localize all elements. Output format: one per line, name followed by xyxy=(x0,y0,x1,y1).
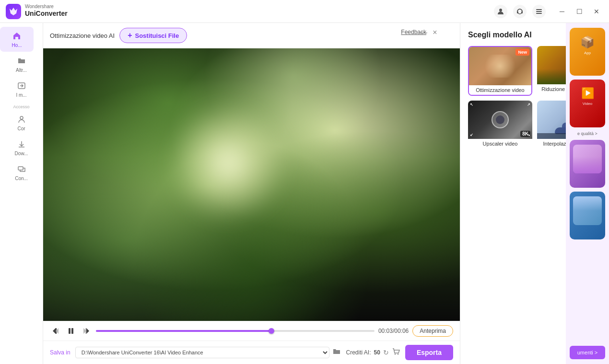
editor-panel: Ottimizzazione video AI + Sostituisci Fi… xyxy=(43,23,460,364)
window-controls: ─ ☐ ✕ xyxy=(555,5,603,18)
video-controls: 00:03/00:06 Anteprima xyxy=(43,321,460,341)
ai-model-thumb-3: 8K ↖ ↗ ↙ ↘ xyxy=(468,101,532,139)
app-company: Wondershare xyxy=(25,4,68,9)
replace-file-button[interactable]: + Sostituisci File xyxy=(119,28,187,43)
cor-icon xyxy=(16,114,27,125)
credits-label: Crediti AI: xyxy=(346,349,371,356)
title-bar: Wondershare UniConverter ─ xyxy=(0,0,609,23)
ai-model-label-1: Ottimizzazione video xyxy=(469,85,531,95)
download-icon xyxy=(16,139,27,149)
promo-panel: 📦 App ▶️ Video e qualità > umenti > xyxy=(566,23,609,364)
sidebar: Ho... Altr... I m... Accesso Cor xyxy=(0,23,43,364)
svg-rect-2 xyxy=(517,11,518,13)
ai-model-ottimizzazione[interactable]: New Ottimizzazione video xyxy=(468,46,532,96)
video-light-effect xyxy=(168,103,288,223)
ai-model-label-3: Upscaler video xyxy=(468,139,532,148)
svg-rect-13 xyxy=(69,328,70,334)
refresh-icon[interactable]: ↻ xyxy=(383,349,389,356)
save-path-select[interactable]: D:\Wondershare UniConverter 16\AI Video … xyxy=(75,347,330,358)
pause-button[interactable] xyxy=(65,325,77,337)
credits-area: Crediti AI: 50 ↻ xyxy=(346,347,400,358)
svg-rect-5 xyxy=(536,11,542,12)
progress-bar[interactable] xyxy=(96,330,375,332)
plus-icon: + xyxy=(128,31,132,40)
svg-rect-14 xyxy=(71,328,73,334)
svg-point-8 xyxy=(20,116,23,119)
promo-card-1[interactable]: 📦 App xyxy=(570,28,605,76)
user-icon[interactable] xyxy=(494,5,507,18)
skip-forward-button[interactable] xyxy=(81,325,92,337)
minimize-button[interactable]: ─ xyxy=(555,5,569,18)
title-bar-actions: ─ ☐ ✕ xyxy=(494,5,603,18)
main-content: Ottimizzazione video AI + Sostituisci Fi… xyxy=(43,23,609,364)
svg-marker-17 xyxy=(86,328,89,334)
credits-count: 50 xyxy=(374,349,380,356)
save-path-container: D:\Wondershare UniConverter 16\AI Video … xyxy=(75,347,341,358)
sidebar-item-import-label: I m... xyxy=(16,92,26,98)
folder-icon xyxy=(16,56,27,66)
app-name: Wondershare UniConverter xyxy=(25,4,68,18)
progress-fill xyxy=(96,330,271,332)
folder-browse-icon[interactable] xyxy=(332,347,341,358)
skip-back-button[interactable] xyxy=(50,325,61,337)
sidebar-item-import[interactable]: I m... xyxy=(0,77,43,102)
new-badge-1: New xyxy=(515,49,529,56)
editor-title: Ottimizzazione video AI xyxy=(50,32,115,39)
convert-icon xyxy=(16,164,27,174)
promo-quality-text[interactable]: e qualità > xyxy=(577,131,597,136)
close-button[interactable]: ✕ xyxy=(590,5,603,18)
save-label: Salva in xyxy=(50,349,70,356)
maximize-button[interactable]: ☐ xyxy=(573,5,586,18)
preview-button[interactable]: Anteprima xyxy=(412,325,453,337)
sidebar-item-other-label: Altr... xyxy=(16,68,27,73)
panel-minimize-button[interactable]: — xyxy=(418,27,429,38)
sidebar-item-home-label: Ho... xyxy=(12,43,22,48)
sidebar-item-convert[interactable]: Con... xyxy=(0,160,43,185)
save-bar: Salva in D:\Wondershare UniConverter 16\… xyxy=(43,341,460,364)
menu-icon[interactable] xyxy=(532,5,546,18)
sidebar-item-cor-label: Cor xyxy=(17,126,25,131)
promo-action-button[interactable]: umenti > xyxy=(570,346,605,359)
svg-rect-9 xyxy=(18,167,23,170)
home-icon xyxy=(12,31,22,41)
import-icon xyxy=(16,80,27,91)
sidebar-item-cor[interactable]: Cor xyxy=(0,110,43,135)
export-button[interactable]: Esporta xyxy=(405,345,453,360)
time-display: 00:03/00:06 xyxy=(378,328,409,334)
svg-rect-6 xyxy=(536,13,542,14)
sidebar-item-convert-label: Con... xyxy=(15,176,28,181)
ai-model-upscaler[interactable]: 8K ↖ ↗ ↙ ↘ Upscaler video xyxy=(468,101,532,148)
ai-model-thumb-1: New xyxy=(469,47,531,85)
svg-point-19 xyxy=(398,353,398,354)
svg-marker-10 xyxy=(53,328,56,334)
svg-rect-4 xyxy=(536,9,542,10)
progress-handle[interactable] xyxy=(269,328,274,334)
headset-icon[interactable] xyxy=(513,5,527,18)
video-preview xyxy=(43,48,460,321)
sidebar-item-other[interactable]: Altr... xyxy=(0,52,43,77)
svg-rect-16 xyxy=(85,328,86,334)
sidebar-item-home[interactable]: Ho... xyxy=(0,27,34,52)
promo-card-2[interactable]: ▶️ Video xyxy=(570,80,605,127)
panel-close-button[interactable]: × xyxy=(429,27,441,38)
sidebar-item-download-label: Dow... xyxy=(15,151,28,156)
promo-card-4[interactable] xyxy=(570,192,605,239)
app-title: UniConverter xyxy=(25,9,68,18)
promo-card-3[interactable] xyxy=(570,140,605,188)
editor-toolbar: Ottimizzazione video AI + Sostituisci Fi… xyxy=(43,23,460,48)
svg-rect-3 xyxy=(521,11,523,13)
app-logo xyxy=(6,4,21,19)
cart-icon[interactable] xyxy=(392,347,400,358)
sidebar-item-download[interactable]: Dow... xyxy=(0,135,43,160)
svg-point-0 xyxy=(499,9,502,11)
sidebar-divider: Accesso xyxy=(0,102,43,110)
replace-btn-label: Sostituisci File xyxy=(135,32,179,39)
svg-point-18 xyxy=(395,353,396,354)
